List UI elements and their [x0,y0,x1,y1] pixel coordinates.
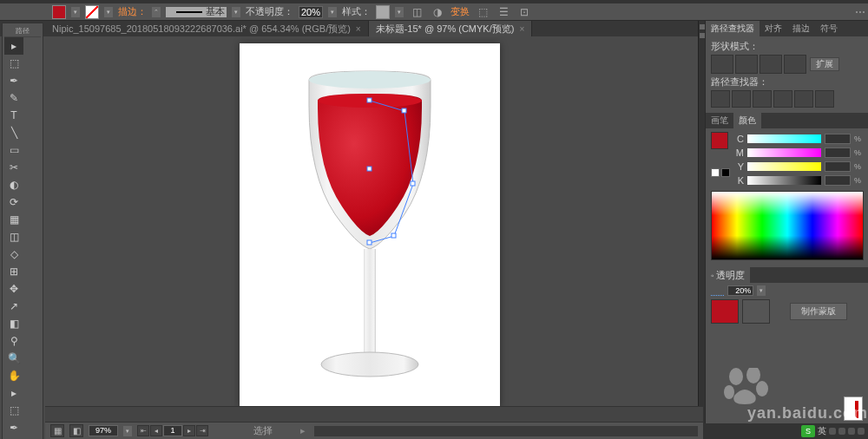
panel-tab[interactable]: 颜色 [733,113,761,128]
tool-scale[interactable]: ⟳ [4,193,23,211]
unite-icon[interactable] [711,55,733,74]
outline-icon[interactable] [794,90,813,108]
tool-gradient[interactable]: ◫ [4,228,23,246]
opacity-input[interactable]: 20% [299,6,323,18]
tool-free-transform[interactable]: ✥ [4,280,23,298]
stroke-swatch[interactable] [85,5,99,19]
document-tab[interactable]: 未标题-15* @ 97% (CMYK/预览)× [369,21,533,36]
white-swatch[interactable] [711,168,720,177]
panel-tab[interactable]: ◦ 透明度 [706,267,750,283]
tool[interactable]: ⬚ [4,402,23,419]
pathfinders-label: 路径查找器： [711,75,863,88]
pathfinder-tabs: 路径查找器 对齐 描边 符号 [706,21,868,36]
artboard-index[interactable]: 1 [163,425,182,436]
svg-rect-5 [402,108,406,113]
layers-toggle-icon[interactable]: ◧ [69,424,83,437]
stroke-dropdown[interactable]: ▾ [104,7,113,17]
tool-hand[interactable]: ✋ [4,367,23,384]
tool-type[interactable]: T [4,107,23,124]
status-text: 选择 [253,424,273,437]
panel-menu-icon[interactable]: ⋯ [852,4,868,20]
last-artboard[interactable]: ⇥ [196,425,208,436]
arrange-icon[interactable]: ⬚ [475,4,490,20]
tool-mesh[interactable]: ▦ [4,211,23,228]
tool-rect[interactable]: ▭ [4,141,23,159]
y-slider[interactable] [747,162,821,171]
document-tab[interactable]: Nipic_15097685_20180518093222687036.ai* … [45,21,369,36]
graphic-style[interactable] [376,5,390,19]
make-mask-button[interactable]: 制作蒙版 [790,303,847,320]
tool-artboard[interactable]: ◧ [4,315,23,332]
wine-glass-artwork[interactable] [283,62,457,392]
tool-symbol[interactable]: ⊞ [4,263,23,280]
opacity-thumb[interactable] [711,299,739,324]
svg-rect-2 [364,249,376,353]
merge-icon[interactable] [753,90,772,108]
m-value[interactable] [825,147,851,158]
h-scrollbar[interactable] [314,426,698,436]
tool-pen[interactable]: ✒ [4,72,23,89]
recolor-icon[interactable]: ◑ [430,4,445,20]
svg-rect-8 [367,240,372,245]
fill-dropdown[interactable]: ▾ [71,7,80,17]
tool-line[interactable]: ╲ [4,124,23,141]
expand-button[interactable]: 扩展 [810,57,839,71]
stroke-style-select[interactable]: 基本 [166,7,227,17]
svg-point-3 [321,352,418,377]
artboard-nav-icon[interactable]: ▦ [50,424,64,437]
panel-tab[interactable]: 描边 [787,21,815,36]
panel-tab[interactable]: 路径查找器 [706,21,760,36]
opacity-value[interactable]: 20% [727,285,753,296]
intersect-icon[interactable] [760,55,782,74]
prev-artboard[interactable]: ◂ [150,425,162,436]
tool-scissors[interactable]: ✂ [4,159,23,176]
fill-swatch[interactable] [52,5,66,19]
mask-thumb[interactable] [742,299,770,324]
close-icon[interactable]: × [356,24,361,34]
panel-fill-swatch[interactable] [711,132,728,149]
panel-tab[interactable]: 符号 [815,21,843,36]
tool-selection[interactable]: ▸ [4,37,23,55]
transform-label[interactable]: 变换 [450,5,470,18]
c-value[interactable] [825,134,851,144]
ime-icon[interactable]: S [801,425,815,437]
divide-icon[interactable] [711,90,730,108]
m-slider[interactable] [747,148,821,157]
align-icon[interactable]: ☰ [496,4,511,20]
artboard-nav: ⇤ ◂ 1 ▸ ⇥ [137,425,208,436]
tool[interactable]: ▸ [4,384,23,402]
y-value[interactable] [825,161,851,172]
tool-slice[interactable]: ⚲ [4,332,23,350]
svg-rect-6 [411,181,415,186]
canvas[interactable] [45,36,703,420]
zoom-input[interactable]: 97% [89,425,118,436]
first-artboard[interactable]: ⇤ [137,425,149,436]
exclude-icon[interactable] [784,55,806,74]
k-value[interactable] [825,175,851,186]
tool-direct[interactable]: ⬚ [4,55,23,72]
tool-zoom[interactable]: 🔍 [4,350,23,367]
tool-rotate[interactable]: ◐ [4,176,23,193]
minus-front-icon[interactable] [735,55,758,74]
minus-back-icon[interactable] [815,90,834,108]
isolate-icon[interactable]: ⊡ [516,4,532,20]
tool-brush[interactable]: ✎ [4,89,23,107]
artboard[interactable] [240,43,500,408]
panel-tab[interactable]: 画笔 [706,113,733,128]
panel-tab[interactable]: 对齐 [760,21,787,36]
color-spectrum[interactable] [711,191,864,260]
tool-eyedropper[interactable]: ↗ [4,298,23,315]
k-slider[interactable] [747,176,821,185]
next-artboard[interactable]: ▸ [183,425,195,436]
close-icon[interactable]: × [519,24,524,34]
blend-mode[interactable] [711,285,724,296]
tool[interactable]: ✒ [4,419,23,436]
ime-lang[interactable]: 英 [818,425,826,437]
c-slider[interactable] [747,134,821,143]
tool-blend[interactable]: ◇ [4,246,23,263]
crop-icon[interactable] [773,90,792,108]
black-swatch[interactable] [721,168,730,177]
svg-rect-9 [367,167,372,171]
doc-info-icon[interactable]: ◫ [409,4,424,20]
trim-icon[interactable] [732,90,751,108]
